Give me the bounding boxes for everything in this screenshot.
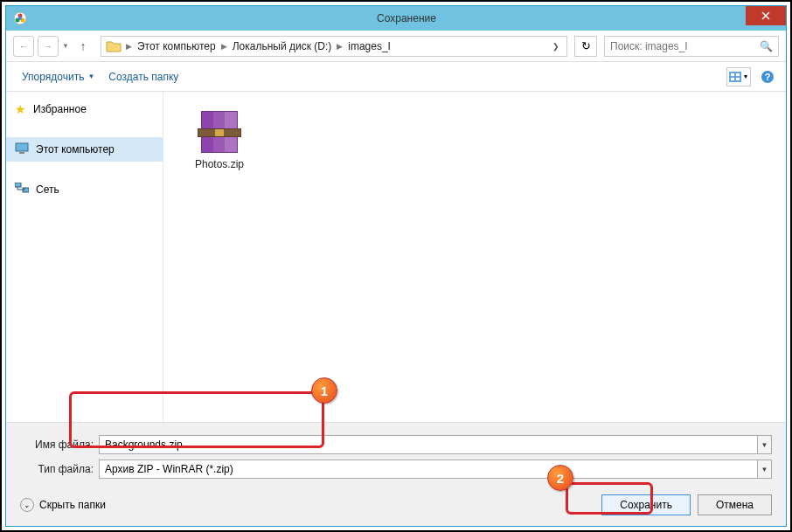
- new-folder-button[interactable]: Создать папку: [101, 67, 185, 86]
- main-area: ★ Избранное Этот компьютер Сеть: [6, 92, 786, 422]
- address-bar[interactable]: ▶ Этот компьютер ▶ Локальный диск (D:) ▶…: [101, 36, 567, 57]
- organize-label: Упорядочить: [22, 71, 84, 83]
- breadcrumb-disk[interactable]: Локальный диск (D:): [227, 40, 337, 52]
- zip-archive-icon: [198, 104, 241, 153]
- svg-rect-12: [16, 143, 28, 151]
- file-name-label: Photos.zip: [176, 158, 263, 170]
- svg-rect-9: [736, 78, 740, 80]
- filetype-label: Тип файла:: [20, 463, 99, 475]
- svg-rect-5: [729, 72, 741, 82]
- chevron-right-icon: ▶: [337, 42, 343, 51]
- svg-text:?: ?: [765, 72, 771, 82]
- annotation-callout-1: 1: [311, 377, 337, 404]
- titlebar: Сохранение: [6, 6, 786, 31]
- breadcrumb-pc[interactable]: Этот компьютер: [132, 40, 221, 52]
- window-title: Сохранение: [27, 12, 786, 24]
- sidebar: ★ Избранное Этот компьютер Сеть: [6, 92, 163, 422]
- sidebar-thispc[interactable]: Этот компьютер: [6, 137, 163, 162]
- folder-icon: [105, 38, 122, 55]
- chevron-right-icon: ▶: [221, 42, 227, 51]
- file-item[interactable]: Photos.zip: [176, 104, 263, 170]
- address-dropdown-icon[interactable]: ❯: [545, 42, 566, 51]
- svg-rect-7: [736, 73, 740, 76]
- help-button[interactable]: ?: [758, 67, 777, 86]
- file-list-area[interactable]: Photos.zip: [163, 92, 786, 422]
- up-button[interactable]: ↑: [73, 36, 94, 57]
- search-box[interactable]: 🔍: [604, 36, 779, 57]
- forward-button[interactable]: →: [38, 36, 59, 57]
- organize-menu[interactable]: Упорядочить ▼: [15, 67, 101, 86]
- filename-label: Имя файла:: [20, 439, 99, 451]
- star-icon: ★: [15, 102, 26, 116]
- navigation-bar: ← → ▼ ↑ ▶ Этот компьютер ▶ Локальный дис…: [6, 31, 786, 62]
- sidebar-network[interactable]: Сеть: [6, 177, 163, 202]
- collapse-icon: ⌄: [20, 498, 34, 512]
- breadcrumb-folder[interactable]: images_I: [343, 40, 396, 52]
- svg-rect-14: [15, 183, 21, 187]
- back-button[interactable]: ←: [13, 36, 34, 57]
- svg-rect-6: [731, 73, 734, 76]
- computer-icon: [15, 142, 29, 157]
- sidebar-favorites[interactable]: ★ Избранное: [6, 97, 163, 121]
- svg-rect-13: [19, 152, 24, 154]
- close-button[interactable]: [746, 6, 786, 25]
- chevron-down-icon: ▼: [87, 73, 94, 80]
- chevron-right-icon: ▶: [126, 42, 132, 51]
- filename-dropdown-icon[interactable]: ▼: [758, 435, 772, 454]
- cancel-button[interactable]: Отмена: [698, 494, 772, 515]
- sidebar-thispc-label: Этот компьютер: [36, 143, 115, 155]
- network-icon: [15, 183, 29, 197]
- annotation-callout-2: 2: [547, 465, 573, 491]
- bottom-panel: Имя файла: ▼ Тип файла: ▼ ⌄ Скрыть папки…: [6, 422, 786, 526]
- sidebar-network-label: Сеть: [36, 183, 59, 196]
- sidebar-favorites-label: Избранное: [33, 103, 87, 115]
- filetype-select[interactable]: [99, 459, 758, 479]
- filename-input[interactable]: [99, 435, 758, 454]
- save-button[interactable]: Сохранить: [601, 494, 691, 515]
- svg-point-4: [18, 17, 22, 20]
- app-icon: [13, 11, 27, 25]
- toolbar: Упорядочить ▼ Создать папку ▼ ?: [6, 62, 786, 92]
- svg-rect-8: [731, 78, 734, 80]
- save-dialog: Сохранение ← → ▼ ↑ ▶ Этот компьютер ▶ Ло…: [5, 5, 787, 527]
- hide-folders-toggle[interactable]: ⌄ Скрыть папки: [20, 498, 106, 512]
- hide-folders-label: Скрыть папки: [39, 499, 106, 511]
- view-options-button[interactable]: ▼: [726, 67, 751, 86]
- refresh-button[interactable]: ↻: [574, 36, 597, 57]
- search-input[interactable]: [610, 40, 760, 52]
- filetype-dropdown-icon[interactable]: ▼: [758, 459, 772, 479]
- search-icon: 🔍: [760, 40, 773, 52]
